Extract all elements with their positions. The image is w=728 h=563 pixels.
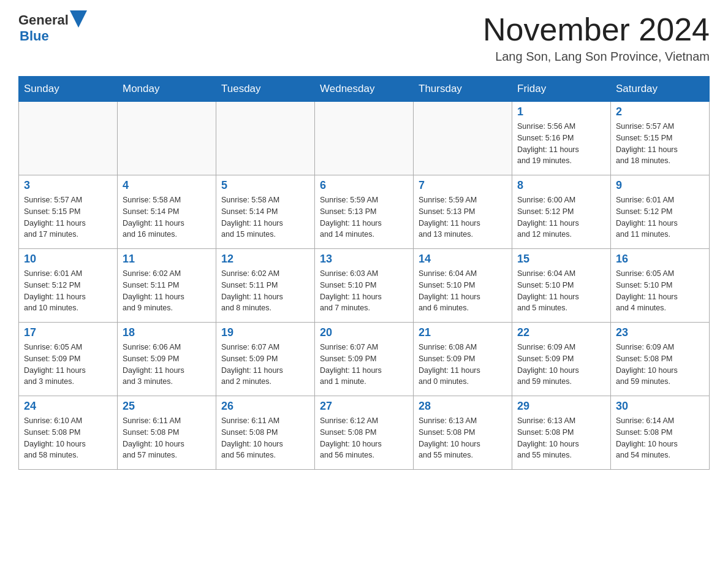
day-number: 8	[517, 179, 605, 192]
calendar-cell: 17Sunrise: 6:05 AMSunset: 5:09 PMDayligh…	[19, 323, 118, 396]
calendar-cell	[118, 102, 216, 175]
day-info: Sunrise: 6:13 AMSunset: 5:08 PMDaylight:…	[419, 415, 507, 461]
calendar-cell	[216, 102, 315, 175]
calendar-cell	[19, 102, 118, 175]
calendar-cell: 5Sunrise: 5:58 AMSunset: 5:14 PMDaylight…	[216, 175, 315, 249]
calendar-table: SundayMondayTuesdayWednesdayThursdayFrid…	[18, 76, 710, 470]
day-info: Sunrise: 6:11 AMSunset: 5:08 PMDaylight:…	[123, 415, 211, 461]
calendar-cell: 20Sunrise: 6:07 AMSunset: 5:09 PMDayligh…	[315, 323, 414, 396]
calendar-cell	[414, 102, 512, 175]
day-number: 21	[419, 326, 507, 339]
calendar-cell: 1Sunrise: 5:56 AMSunset: 5:16 PMDaylight…	[512, 102, 611, 175]
day-info: Sunrise: 6:03 AMSunset: 5:10 PMDaylight:…	[320, 268, 408, 314]
day-number: 12	[221, 253, 309, 266]
day-number: 16	[616, 253, 704, 266]
week-row-0: 1Sunrise: 5:56 AMSunset: 5:16 PMDaylight…	[19, 102, 710, 175]
calendar-cell: 7Sunrise: 5:59 AMSunset: 5:13 PMDaylight…	[414, 175, 512, 249]
day-info: Sunrise: 5:58 AMSunset: 5:14 PMDaylight:…	[221, 194, 309, 240]
calendar-cell: 11Sunrise: 6:02 AMSunset: 5:11 PMDayligh…	[118, 249, 216, 323]
calendar-cell: 25Sunrise: 6:11 AMSunset: 5:08 PMDayligh…	[118, 396, 216, 470]
day-number: 18	[123, 326, 211, 339]
calendar-cell: 26Sunrise: 6:11 AMSunset: 5:08 PMDayligh…	[216, 396, 315, 470]
day-number: 28	[419, 400, 507, 413]
day-info: Sunrise: 5:59 AMSunset: 5:13 PMDaylight:…	[419, 194, 507, 240]
day-number: 9	[616, 179, 704, 192]
calendar-cell: 3Sunrise: 5:57 AMSunset: 5:15 PMDaylight…	[19, 175, 118, 249]
day-info: Sunrise: 6:02 AMSunset: 5:11 PMDaylight:…	[123, 268, 211, 314]
day-number: 5	[221, 179, 309, 192]
calendar-cell: 27Sunrise: 6:12 AMSunset: 5:08 PMDayligh…	[315, 396, 414, 470]
day-info: Sunrise: 5:56 AMSunset: 5:16 PMDaylight:…	[517, 121, 605, 167]
day-number: 4	[123, 179, 211, 192]
day-info: Sunrise: 6:00 AMSunset: 5:12 PMDaylight:…	[517, 194, 605, 240]
weekday-header-row: SundayMondayTuesdayWednesdayThursdayFrid…	[19, 77, 710, 102]
day-info: Sunrise: 6:01 AMSunset: 5:12 PMDaylight:…	[24, 268, 112, 314]
logo-general-text: General	[18, 12, 69, 28]
day-number: 11	[123, 253, 211, 266]
day-number: 14	[419, 253, 507, 266]
day-info: Sunrise: 6:10 AMSunset: 5:08 PMDaylight:…	[24, 415, 112, 461]
day-info: Sunrise: 6:08 AMSunset: 5:09 PMDaylight:…	[419, 342, 507, 388]
calendar-cell: 10Sunrise: 6:01 AMSunset: 5:12 PMDayligh…	[19, 249, 118, 323]
calendar-cell: 21Sunrise: 6:08 AMSunset: 5:09 PMDayligh…	[414, 323, 512, 396]
calendar-cell: 14Sunrise: 6:04 AMSunset: 5:10 PMDayligh…	[414, 249, 512, 323]
weekday-header-thursday: Thursday	[414, 77, 512, 102]
day-info: Sunrise: 6:06 AMSunset: 5:09 PMDaylight:…	[123, 342, 211, 388]
day-number: 26	[221, 400, 309, 413]
day-number: 17	[24, 326, 112, 339]
header: General Blue November 2024 Lang Son, Lan…	[18, 12, 710, 64]
day-number: 25	[123, 400, 211, 413]
weekday-header-saturday: Saturday	[611, 77, 710, 102]
day-number: 7	[419, 179, 507, 192]
day-number: 6	[320, 179, 408, 192]
day-info: Sunrise: 6:13 AMSunset: 5:08 PMDaylight:…	[517, 415, 605, 461]
calendar-cell: 13Sunrise: 6:03 AMSunset: 5:10 PMDayligh…	[315, 249, 414, 323]
day-info: Sunrise: 6:04 AMSunset: 5:10 PMDaylight:…	[517, 268, 605, 314]
calendar-cell: 4Sunrise: 5:58 AMSunset: 5:14 PMDaylight…	[118, 175, 216, 249]
location-subtitle: Lang Son, Lang Son Province, Vietnam	[483, 50, 710, 64]
day-number: 10	[24, 253, 112, 266]
day-info: Sunrise: 6:12 AMSunset: 5:08 PMDaylight:…	[320, 415, 408, 461]
day-info: Sunrise: 6:05 AMSunset: 5:10 PMDaylight:…	[616, 268, 704, 314]
day-number: 19	[221, 326, 309, 339]
calendar-cell: 30Sunrise: 6:14 AMSunset: 5:08 PMDayligh…	[611, 396, 710, 470]
day-number: 24	[24, 400, 112, 413]
calendar-cell: 2Sunrise: 5:57 AMSunset: 5:15 PMDaylight…	[611, 102, 710, 175]
day-number: 22	[517, 326, 605, 339]
day-info: Sunrise: 6:02 AMSunset: 5:11 PMDaylight:…	[221, 268, 309, 314]
day-info: Sunrise: 6:09 AMSunset: 5:09 PMDaylight:…	[517, 342, 605, 388]
calendar-cell: 24Sunrise: 6:10 AMSunset: 5:08 PMDayligh…	[19, 396, 118, 470]
day-info: Sunrise: 6:05 AMSunset: 5:09 PMDaylight:…	[24, 342, 112, 388]
weekday-header-tuesday: Tuesday	[216, 77, 315, 102]
day-info: Sunrise: 5:58 AMSunset: 5:14 PMDaylight:…	[123, 194, 211, 240]
week-row-3: 17Sunrise: 6:05 AMSunset: 5:09 PMDayligh…	[19, 323, 710, 396]
weekday-header-monday: Monday	[118, 77, 216, 102]
week-row-4: 24Sunrise: 6:10 AMSunset: 5:08 PMDayligh…	[19, 396, 710, 470]
calendar-cell: 28Sunrise: 6:13 AMSunset: 5:08 PMDayligh…	[414, 396, 512, 470]
title-area: November 2024 Lang Son, Lang Son Provinc…	[483, 12, 710, 64]
calendar-cell: 12Sunrise: 6:02 AMSunset: 5:11 PMDayligh…	[216, 249, 315, 323]
logo: General Blue	[18, 12, 87, 44]
weekday-header-friday: Friday	[512, 77, 611, 102]
day-number: 29	[517, 400, 605, 413]
day-number: 13	[320, 253, 408, 266]
day-info: Sunrise: 5:59 AMSunset: 5:13 PMDaylight:…	[320, 194, 408, 240]
calendar-cell: 16Sunrise: 6:05 AMSunset: 5:10 PMDayligh…	[611, 249, 710, 323]
day-info: Sunrise: 6:01 AMSunset: 5:12 PMDaylight:…	[616, 194, 704, 240]
day-info: Sunrise: 6:07 AMSunset: 5:09 PMDaylight:…	[320, 342, 408, 388]
calendar-cell: 15Sunrise: 6:04 AMSunset: 5:10 PMDayligh…	[512, 249, 611, 323]
calendar-cell	[315, 102, 414, 175]
calendar-cell: 6Sunrise: 5:59 AMSunset: 5:13 PMDaylight…	[315, 175, 414, 249]
calendar-cell: 22Sunrise: 6:09 AMSunset: 5:09 PMDayligh…	[512, 323, 611, 396]
calendar-cell: 9Sunrise: 6:01 AMSunset: 5:12 PMDaylight…	[611, 175, 710, 249]
month-title: November 2024	[483, 12, 710, 47]
week-row-2: 10Sunrise: 6:01 AMSunset: 5:12 PMDayligh…	[19, 249, 710, 323]
calendar-cell: 29Sunrise: 6:13 AMSunset: 5:08 PMDayligh…	[512, 396, 611, 470]
day-number: 20	[320, 326, 408, 339]
day-info: Sunrise: 6:14 AMSunset: 5:08 PMDaylight:…	[616, 415, 704, 461]
week-row-1: 3Sunrise: 5:57 AMSunset: 5:15 PMDaylight…	[19, 175, 710, 249]
day-number: 3	[24, 179, 112, 192]
logo-blue-text: Blue	[20, 28, 49, 44]
day-number: 27	[320, 400, 408, 413]
day-number: 23	[616, 326, 704, 339]
